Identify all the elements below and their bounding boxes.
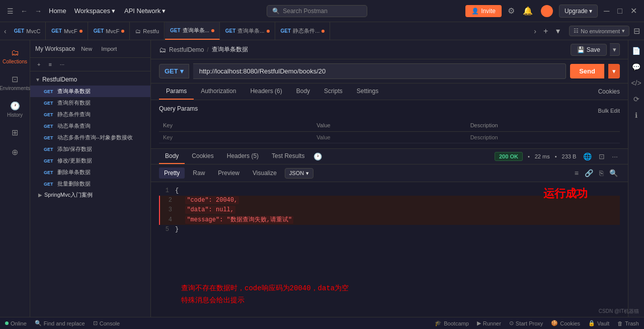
new-tab-button[interactable]: + [540, 26, 551, 37]
tab-mvcf-2[interactable]: GET MvcF [89, 22, 130, 40]
more-options-button[interactable]: ··· [57, 60, 67, 69]
list-icon[interactable]: ≡ [573, 168, 581, 178]
history-icon[interactable]: 🕐 [311, 151, 324, 161]
environment-settings-icon[interactable]: ⊟ [631, 24, 642, 38]
desc-input[interactable] [470, 134, 616, 140]
sidebar-item-history[interactable]: 🕐 History [2, 97, 28, 122]
tree-item-0[interactable]: GET 查询单条数据 [30, 86, 150, 97]
cookies-bottom-button[interactable]: 🍪 Cookies [551, 320, 580, 326]
save-button[interactable]: 💾 Save [571, 44, 607, 56]
vault-button[interactable]: 🔒 Vault [588, 320, 609, 326]
search-button[interactable]: 🔍 Search Postman [267, 5, 367, 17]
comment-icon[interactable]: 💬 [629, 60, 643, 73]
bootcamp-button[interactable]: 🎓 Bootcamp [435, 320, 469, 326]
trash-button[interactable]: 🗑 Trash [617, 320, 639, 326]
value-input[interactable] [316, 134, 462, 140]
import-button[interactable]: Import [98, 44, 120, 53]
send-dropdown-button[interactable]: ▾ [608, 64, 620, 78]
tab-mvcf-1[interactable]: GET MvcF [46, 22, 88, 40]
avatar[interactable] [539, 3, 555, 19]
invite-button[interactable]: 👤 Invite [465, 5, 502, 17]
sidebar-item-collections[interactable]: 🗂 Collections [2, 44, 28, 68]
bell-icon[interactable]: 🔔 [521, 4, 535, 18]
tree-item-4[interactable]: GET 动态多条件查询--对象参数接收 [30, 132, 150, 143]
language-selector[interactable]: JSON ▾ [285, 168, 313, 179]
tabs-scroll-right[interactable]: › [532, 25, 538, 37]
workspaces-menu[interactable]: Workspaces ▾ [71, 5, 118, 17]
key-input[interactable] [163, 134, 308, 140]
tab-params[interactable]: Params [159, 84, 194, 100]
environment-selector[interactable]: ☷ No environment ▾ [569, 26, 629, 36]
home-link[interactable]: Home [49, 7, 66, 15]
cookies-link[interactable]: Cookies [598, 84, 620, 99]
tab-restful[interactable]: 🗂 Restfu [130, 22, 165, 40]
find-replace-button[interactable]: 🔍 Find and replace [35, 320, 85, 326]
refresh-icon[interactable]: ⟳ [631, 93, 642, 106]
search-response-icon[interactable]: 🔍 [607, 168, 620, 178]
resp-tab-test-results[interactable]: Test Results [266, 149, 310, 164]
tree-item-2[interactable]: GET 静态条件查询 [30, 109, 150, 120]
globe-icon[interactable]: 🌐 [581, 151, 594, 161]
format-visualize[interactable]: Visualize [248, 168, 282, 179]
tab-static-query[interactable]: GET 静态条件... [276, 22, 331, 40]
add-collection-button[interactable]: + [34, 60, 43, 69]
resp-tab-body[interactable]: Body [159, 149, 185, 164]
copy-icon[interactable]: ⎘ [597, 168, 605, 178]
tree-item-1[interactable]: GET 查询所有数据 [30, 97, 150, 109]
more-options-icon[interactable]: ··· [610, 151, 620, 161]
resp-tab-cookies[interactable]: Cookies [186, 149, 219, 164]
tab-body[interactable]: Body [289, 84, 317, 100]
format-pretty[interactable]: Pretty [159, 168, 185, 179]
back-button[interactable]: ← [19, 5, 30, 17]
tree-item-5[interactable]: GET 添加/保存数据 [30, 143, 150, 155]
start-proxy-button[interactable]: ⊙ Start Proxy [509, 320, 543, 326]
upgrade-button[interactable]: Upgrade ▾ [559, 5, 598, 18]
tab-mvcc[interactable]: GET MvcC [9, 22, 46, 40]
format-raw[interactable]: Raw [188, 168, 210, 179]
vault-icon: 🔒 [588, 320, 595, 326]
api-network-menu[interactable]: API Network ▾ [121, 5, 169, 17]
hamburger-icon[interactable]: ☰ [5, 5, 16, 17]
window-close-icon[interactable]: ✕ [628, 4, 639, 18]
save-dropdown-button[interactable]: ▾ [610, 43, 620, 56]
breadcrumb-collection[interactable]: RestfulDemo [169, 46, 204, 53]
top-bar-right: 👤 Invite ⚙ 🔔 Upgrade ▾ ─ □ ✕ [465, 3, 639, 19]
new-button[interactable]: New [78, 44, 95, 53]
expand-icon[interactable]: ⊡ [597, 151, 607, 161]
collection-tree: ▼ RestfulDemo GET 查询单条数据 GET 查询所有数据 GET … [30, 71, 150, 317]
format-preview[interactable]: Preview [213, 168, 245, 179]
settings-icon[interactable]: ⚙ [506, 4, 517, 18]
window-minimize-icon[interactable]: ─ [602, 5, 611, 18]
forward-button[interactable]: → [33, 5, 44, 17]
doc-icon[interactable]: 📄 [629, 44, 643, 57]
code-icon[interactable]: </> [628, 76, 643, 90]
runner-button[interactable]: ▶ Runner [477, 320, 501, 326]
tree-item-3[interactable]: GET 动态单条查询 [30, 120, 150, 132]
tab-query-single-active[interactable]: GET 查询单条... [165, 22, 220, 40]
tree-item-6[interactable]: GET 修改/更新数据 [30, 155, 150, 167]
collection-restfuldemo[interactable]: ▼ RestfulDemo [30, 73, 150, 86]
info-icon[interactable]: ℹ [632, 109, 640, 122]
collection-springmvc[interactable]: ▶ SpringMvc入门案例 [30, 190, 150, 200]
sidebar-item-grid[interactable]: ⊞ [2, 124, 28, 141]
tabs-scroll-left[interactable]: ‹ [2, 25, 9, 37]
tree-item-7[interactable]: GET 删除单条数据 [30, 167, 150, 178]
console-button[interactable]: ⊡ Console [93, 320, 120, 326]
sidebar-item-add[interactable]: ⊕ [2, 143, 28, 161]
tabs-dropdown[interactable]: ▾ [553, 25, 563, 37]
method-select[interactable]: GET ▾ [159, 64, 189, 78]
tab-query-single-2[interactable]: GET 查询单条... [220, 22, 275, 40]
tab-authorization[interactable]: Authorization [194, 84, 243, 100]
tab-headers[interactable]: Headers (6) [243, 84, 289, 100]
tab-scripts[interactable]: Scripts [317, 84, 350, 100]
tab-settings[interactable]: Settings [350, 84, 385, 100]
bulk-edit-button[interactable]: Bulk Edit [598, 108, 620, 114]
url-input[interactable] [193, 63, 566, 79]
window-maximize-icon[interactable]: □ [615, 5, 624, 18]
resp-tab-headers[interactable]: Headers (5) [221, 149, 265, 164]
tree-item-8[interactable]: GET 批量删除数据 [30, 178, 150, 190]
send-button[interactable]: Send [570, 64, 604, 78]
sidebar-item-environments[interactable]: ⊡ Environments [2, 70, 28, 95]
link-icon[interactable]: 🔗 [583, 168, 595, 178]
filter-button[interactable]: ≡ [45, 60, 54, 69]
